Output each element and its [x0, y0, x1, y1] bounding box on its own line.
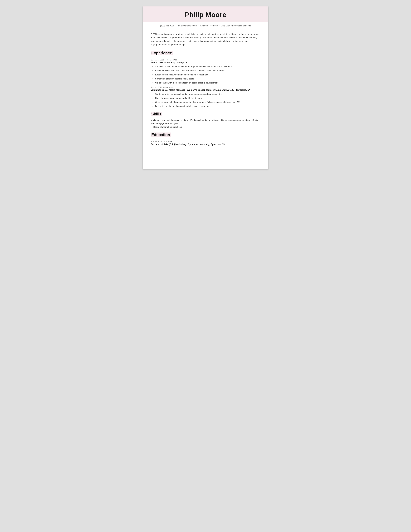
job1-bullets: Analyzed social media traffic and engage… [152, 65, 260, 85]
sep1: ◦ [176, 25, 177, 27]
list-item: Created team spirit hashtag campaign tha… [152, 101, 260, 104]
job2-bullets: Wrote copy for team social media announc… [152, 93, 260, 108]
list-item: Scheduled platform-specific social posts [152, 77, 260, 81]
list-item: Live-streamed team events and athlete in… [152, 96, 260, 100]
sep2: ◦ [198, 25, 199, 27]
skill-item-2: Social media content creation [221, 119, 250, 121]
edu-entry-0: August 2019 – May 2023 Bachelor of Arts … [151, 141, 260, 146]
skill-sep-3: ◦ [151, 126, 152, 128]
job1-date: September 2022 – March 2023 [151, 59, 260, 61]
job2-date: January 2021 – March 2022 [151, 86, 260, 88]
skill-item-0: Multimedia and social graphic creation [151, 119, 188, 121]
skill-sep-1: ◦ [219, 119, 220, 121]
contact-phone: (123) 456-7890 [160, 25, 174, 27]
summary-text: A 2023 marketing degree graduate special… [151, 32, 260, 46]
list-item: Engaged with followers and fielded custo… [152, 73, 260, 76]
list-item: Collaborated with the design team on soc… [152, 81, 260, 85]
edu-degree: Bachelor of Arts (B.A.) Marketing | Syra… [151, 143, 260, 146]
skills-section: Skills Multimedia and social graphic cre… [151, 112, 260, 129]
contact-location: City, State Abbreviation zip code [221, 25, 251, 27]
job2-title: Volunteer Social Media Manager | Women's… [151, 89, 260, 91]
summary-section: A 2023 marketing degree graduate special… [151, 32, 260, 46]
skills-content: Multimedia and social graphic creation◦ … [151, 118, 260, 129]
job1-title: Intern | JD Cosmetics | Oswego, NY [151, 61, 260, 64]
education-title: Education [151, 133, 171, 137]
job-entry-2: January 2021 – March 2022 Volunteer Soci… [151, 86, 260, 108]
contact-email: email@example.com [177, 25, 197, 27]
skill-sep-2: ◦ [251, 119, 251, 121]
education-section: Education August 2019 – May 2023 Bachelo… [151, 133, 260, 146]
skill-item-4: Social platform best practices [153, 126, 182, 128]
resume-page: Philip Moore (123) 456-7890 ◦ email@exam… [143, 6, 268, 169]
list-item: Analyzed social media traffic and engage… [152, 65, 260, 68]
candidate-name: Philip Moore [149, 11, 262, 19]
header-banner: Philip Moore [143, 6, 268, 22]
list-item: Wrote copy for team social media announc… [152, 93, 260, 96]
contact-linkedin: LinkedIn | Portfolio [200, 25, 218, 27]
skills-title: Skills [151, 112, 162, 116]
edu-date: August 2019 – May 2023 [151, 141, 260, 142]
experience-title: Experience [151, 51, 173, 55]
contact-bar: (123) 456-7890 ◦ email@example.com ◦ Lin… [143, 22, 268, 28]
list-item: Conceptualized YouTube video that had 25… [152, 69, 260, 73]
skill-item-1: Paid social media advertising [190, 119, 219, 121]
list-item: Delegated social media calendar duties t… [152, 105, 260, 108]
skill-sep-0: ◦ [188, 119, 189, 121]
job-entry-1: September 2022 – March 2023 Intern | JD … [151, 59, 260, 85]
resume-body: A 2023 marketing degree graduate special… [143, 28, 268, 146]
sep3: ◦ [219, 25, 220, 27]
experience-section: Experience September 2022 – March 2023 I… [151, 51, 260, 108]
